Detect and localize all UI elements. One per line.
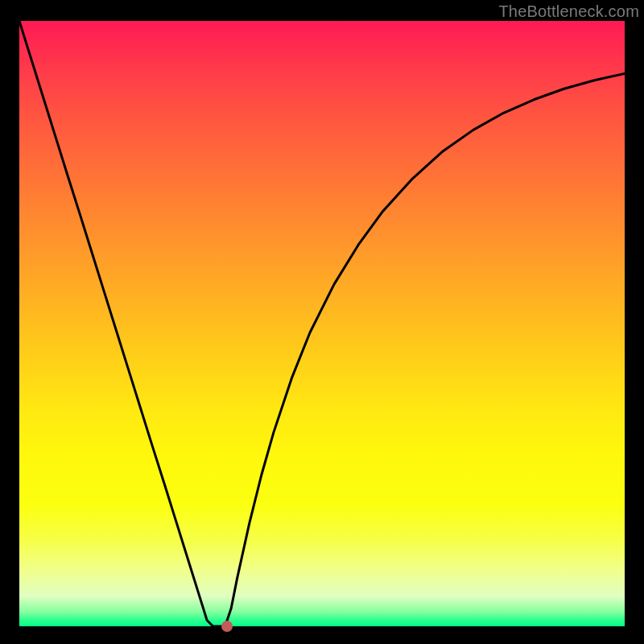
chart-container: TheBottleneck.com — [0, 0, 644, 644]
plot-area — [19, 21, 625, 626]
bottleneck-curve — [19, 21, 625, 626]
bottleneck-marker-dot — [221, 621, 233, 632]
watermark-text: TheBottleneck.com — [498, 2, 639, 21]
